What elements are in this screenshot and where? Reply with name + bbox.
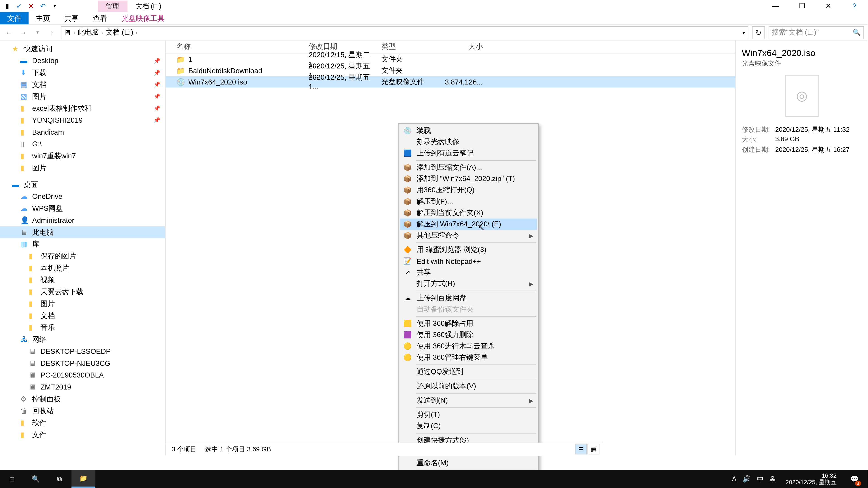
menu-item[interactable]: 🟦上传到有道云笔记: [400, 148, 537, 159]
nav-item[interactable]: ☁WPS网盘: [0, 202, 165, 215]
details-view-button[interactable]: ☰: [575, 444, 587, 454]
refresh-button[interactable]: ↻: [752, 26, 765, 39]
file-row[interactable]: 📁BaiduNetdiskDownload2020/12/25, 星期五 1..…: [166, 65, 735, 76]
menu-item[interactable]: 📦解压到(F)...: [400, 196, 537, 207]
qat-dropdown-icon[interactable]: ▾: [50, 1, 59, 11]
nav-item[interactable]: ▮文档: [0, 310, 165, 322]
menu-item[interactable]: 复制(C): [400, 420, 537, 432]
nav-item[interactable]: ▮图片: [0, 162, 165, 174]
nav-item[interactable]: 🖥此电脑: [0, 226, 165, 238]
nav-item[interactable]: ★快速访问: [0, 43, 165, 55]
nav-item[interactable]: ▬桌面: [0, 179, 165, 191]
nav-item[interactable]: ⚙控制面板: [0, 393, 165, 405]
nav-item[interactable]: ▮本机照片: [0, 262, 165, 274]
breadcrumb-item[interactable]: 此电脑: [78, 27, 99, 37]
nav-item[interactable]: ▮音乐: [0, 322, 165, 333]
minimize-button[interactable]: —: [763, 0, 789, 12]
ime-icon[interactable]: 中: [757, 475, 764, 484]
menu-item[interactable]: 📦其他压缩命令▶: [400, 230, 537, 241]
menu-item[interactable]: 刻录光盘映像: [400, 136, 537, 148]
nav-item[interactable]: ▮视频: [0, 274, 165, 286]
menu-item[interactable]: 🟡使用 360进行木马云查杀: [400, 341, 537, 352]
nav-item[interactable]: ☁OneDrive: [0, 191, 165, 203]
nav-up-button[interactable]: ↑: [46, 28, 57, 37]
menu-item[interactable]: 打开方式(H)▶: [400, 278, 537, 289]
menu-item[interactable]: 📦添加到 "Win7x64_2020.zip" (T): [400, 173, 537, 185]
taskbar-clock[interactable]: 16:32 2020/12/25, 星期五: [782, 472, 840, 485]
nav-back-button[interactable]: ←: [4, 28, 14, 37]
close-button[interactable]: ✕: [815, 0, 841, 12]
help-button[interactable]: ?: [841, 0, 868, 12]
menu-item[interactable]: 重命名(M): [400, 457, 537, 468]
menu-item[interactable]: 还原以前的版本(V): [400, 381, 537, 392]
menu-item[interactable]: 发送到(N)▶: [400, 395, 537, 406]
menu-item[interactable]: 🟪使用 360强力删除: [400, 329, 537, 341]
ribbon-tab-view[interactable]: 查看: [86, 12, 115, 24]
maximize-button[interactable]: ☐: [789, 0, 815, 12]
menu-item[interactable]: 🟨使用 360解除占用: [400, 318, 537, 329]
nav-item[interactable]: ▮天翼云盘下载: [0, 286, 165, 298]
menu-item[interactable]: 剪切(T): [400, 409, 537, 420]
nav-item[interactable]: ⬇下载📌: [0, 67, 165, 78]
search-input[interactable]: 搜索"文档 (E:)" 🔍: [769, 26, 864, 39]
nav-item[interactable]: ▮保存的图片: [0, 250, 165, 262]
start-button[interactable]: ⊞: [0, 470, 24, 488]
taskbar-search-button[interactable]: 🔍: [24, 470, 48, 488]
task-view-button[interactable]: ⧉: [48, 470, 71, 488]
tray-overflow-icon[interactable]: ᐱ: [732, 475, 737, 483]
ribbon-tab-share[interactable]: 共享: [57, 12, 86, 24]
ribbon-tab-file[interactable]: 文件: [0, 12, 29, 24]
breadcrumb-item[interactable]: 文档 (E:): [105, 27, 133, 37]
qat-delete-icon[interactable]: ✕: [26, 1, 36, 11]
nav-item[interactable]: ▮软件: [0, 417, 165, 429]
nav-item[interactable]: ▮图片: [0, 298, 165, 310]
chevron-down-icon[interactable]: ▾: [32, 30, 43, 35]
nav-item[interactable]: 🗑回收站: [0, 405, 165, 417]
nav-item[interactable]: ▮文件: [0, 429, 165, 441]
nav-item[interactable]: ▮Bandicam: [0, 126, 165, 138]
contextual-tab-manage[interactable]: 管理: [98, 0, 127, 11]
nav-item[interactable]: ▯G:\: [0, 138, 165, 150]
menu-item[interactable]: 📦添加到压缩文件(A)...: [400, 162, 537, 173]
nav-forward-button[interactable]: →: [18, 28, 29, 37]
qat-save-icon[interactable]: ✓: [14, 1, 24, 11]
nav-item[interactable]: 🖥PC-20190530OBLA: [0, 369, 165, 381]
volume-icon[interactable]: 🔊: [743, 475, 751, 483]
qat-undo-icon[interactable]: ↶: [38, 1, 48, 11]
nav-item[interactable]: 🖥DESKTOP-NJEU3CG: [0, 357, 165, 369]
menu-item[interactable]: 通过QQ发送到: [400, 366, 537, 378]
nav-item[interactable]: ▮YUNQISHI2019📌: [0, 114, 165, 126]
column-size[interactable]: 大小: [441, 42, 488, 52]
nav-item[interactable]: ▤文档📌: [0, 78, 165, 91]
menu-item[interactable]: 📦解压到当前文件夹(X): [400, 207, 537, 219]
ribbon-tab-disc-tools[interactable]: 光盘映像工具: [114, 12, 172, 24]
nav-item[interactable]: 👤Administrator: [0, 215, 165, 226]
nav-item[interactable]: ▧图片📌: [0, 91, 165, 103]
chevron-down-icon[interactable]: ▾: [742, 29, 745, 35]
qat-icon[interactable]: ▮: [2, 1, 12, 11]
menu-item[interactable]: 🔶用 蜂蜜浏览器 浏览(3): [400, 244, 537, 256]
thumbnails-view-button[interactable]: ▦: [587, 444, 599, 454]
menu-item[interactable]: ☁上传到百度网盘: [400, 292, 537, 304]
nav-item[interactable]: ▬Desktop📌: [0, 55, 165, 67]
network-icon[interactable]: 🖧: [770, 475, 776, 483]
file-row[interactable]: 📁12020/12/15, 星期二 1...文件夹: [166, 54, 735, 65]
breadcrumb[interactable]: 🖥 › 此电脑 › 文档 (E:) › ▾: [61, 26, 748, 39]
menu-item[interactable]: 📦解压到 Win7x64_2020\ (E): [400, 219, 537, 230]
nav-item[interactable]: 🖥ZMT2019: [0, 381, 165, 393]
nav-item[interactable]: ▮excel表格制作求和📌: [0, 102, 165, 114]
nav-item[interactable]: 🖥DESKTOP-LSSOEDP: [0, 346, 165, 357]
menu-item[interactable]: ↗共享: [400, 267, 537, 278]
menu-item[interactable]: 🟡使用 360管理右键菜单: [400, 352, 537, 363]
action-center-button[interactable]: 💬 3: [846, 470, 863, 488]
menu-item[interactable]: 💿装载: [400, 125, 537, 136]
taskbar-explorer-button[interactable]: 📁: [71, 470, 95, 488]
menu-item[interactable]: 📝Edit with Notepad++: [400, 256, 537, 267]
ribbon-tab-home[interactable]: 主页: [29, 12, 57, 24]
column-name[interactable]: 名称: [176, 42, 309, 52]
menu-item[interactable]: 📦用360压缩打开(Q): [400, 185, 537, 196]
nav-item[interactable]: ▥库: [0, 238, 165, 250]
column-type[interactable]: 类型: [381, 42, 441, 52]
nav-item[interactable]: ▮win7重装win7: [0, 150, 165, 162]
nav-item[interactable]: 🖧网络: [0, 333, 165, 346]
